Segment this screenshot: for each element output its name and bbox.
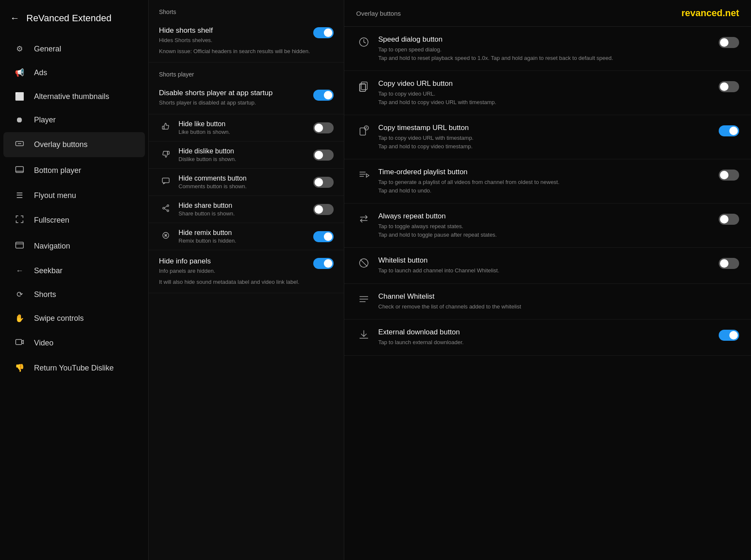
hide-share-button-toggle[interactable] [313, 204, 334, 215]
brand-link[interactable]: revanced.net [681, 8, 739, 19]
svg-rect-20 [360, 84, 366, 91]
video-icon [14, 337, 26, 349]
hide-share-button-desc: Share button is shown. [179, 210, 307, 217]
sidebar-item-video[interactable]: Video [3, 331, 145, 356]
shorts-player-label: Shorts player [149, 62, 344, 82]
svg-rect-19 [361, 82, 367, 90]
hide-info-panels-desc: Info panels are hidden. [159, 267, 308, 275]
svg-rect-8 [162, 126, 164, 129]
sidebar-item-overlay-buttons[interactable]: Overlay buttons [3, 132, 145, 157]
sidebar-item-bottom-player[interactable]: Bottom player [3, 158, 145, 183]
sidebar-item-navigation[interactable]: Navigation [3, 234, 145, 259]
always-repeat-item: Always repeat button Tap to toggle alway… [344, 204, 751, 248]
svg-rect-6 [16, 339, 22, 345]
svg-line-29 [360, 260, 367, 266]
copy-video-url-toggle[interactable] [719, 81, 739, 92]
hide-comments-button-item: Hide comments button Comments button is … [149, 169, 344, 196]
channel-whitelist-title: Channel Whitelist [378, 292, 739, 301]
sidebar-item-fullscreen[interactable]: Fullscreen [3, 208, 145, 233]
right-panel: Overlay buttons revanced.net Speed dialo… [344, 0, 751, 560]
hide-info-panels-item: Hide info panels Info panels are hidden.… [149, 250, 344, 293]
hide-remix-button-item: Hide remix button Remix button is hidden… [149, 223, 344, 250]
sidebar-item-swipe-controls[interactable]: ✋ Swipe controls [3, 307, 145, 330]
hide-dislike-button-toggle[interactable] [313, 150, 334, 161]
hide-like-button-toggle[interactable] [313, 122, 334, 133]
hide-remix-button-title: Hide remix button [179, 229, 307, 237]
external-download-desc: Tap to launch external downloader. [378, 338, 712, 347]
bottom-player-icon [14, 165, 26, 176]
return-yt-dislike-icon: 👎 [14, 363, 26, 373]
disable-shorts-player-desc: Shorts player is disabled at app startup… [159, 99, 308, 107]
hide-shorts-shelf-title: Hide shorts shelf [159, 26, 308, 35]
sidebar-item-return-yt-dislike[interactable]: 👎 Return YouTube Dislike [3, 356, 145, 379]
hide-like-button-title: Hide like button [179, 120, 307, 128]
time-ordered-playlist-toggle[interactable] [719, 170, 739, 181]
svg-rect-21 [360, 84, 366, 91]
speed-dialog-icon [356, 36, 371, 50]
copy-timestamp-url-title: Copy timestamp URL button [378, 124, 712, 132]
hide-dislike-button-title: Hide dislike button [179, 147, 307, 155]
copy-timestamp-url-item: Copy timestamp URL button Tap to copy vi… [344, 115, 751, 159]
hide-remix-button-toggle[interactable] [313, 231, 334, 242]
time-ordered-playlist-desc: Tap to generate a playlist of all videos… [378, 178, 712, 195]
general-icon: ⚙ [14, 44, 26, 54]
svg-rect-10 [162, 178, 169, 183]
navigation-icon [14, 240, 26, 252]
disable-shorts-player-item: Disable shorts player at app startup Sho… [149, 82, 344, 114]
sidebar-item-shorts[interactable]: ⟳ Shorts [3, 283, 145, 306]
always-repeat-title: Always repeat button [378, 212, 712, 221]
right-header: Overlay buttons revanced.net [344, 0, 751, 27]
svg-rect-4 [16, 242, 23, 248]
sidebar-item-player[interactable]: ⏺ Player [3, 109, 145, 131]
hide-like-button-item: Hide like button Like button is shown. [149, 114, 344, 141]
sidebar-item-ads[interactable]: 📢 Ads [3, 61, 145, 84]
speed-dialog-title: Speed dialog button [378, 35, 712, 44]
hide-info-panels-note: It will also hide sound metadata label a… [159, 278, 334, 286]
svg-marker-27 [366, 174, 369, 177]
hide-comments-button-toggle[interactable] [313, 177, 334, 188]
flyout-menu-icon: ☰ [14, 191, 26, 200]
copy-timestamp-url-toggle[interactable] [719, 125, 739, 136]
hide-info-panels-toggle[interactable] [313, 258, 334, 269]
whitelist-button-toggle[interactable] [719, 258, 739, 269]
always-repeat-icon [356, 213, 371, 227]
hide-shorts-shelf-toggle[interactable] [313, 27, 334, 38]
back-button[interactable]: ← [10, 13, 20, 24]
svg-line-14 [164, 206, 167, 208]
like-icon [159, 122, 173, 133]
app-title: ReVanced Extended [26, 13, 111, 24]
speed-dialog-toggle[interactable] [719, 37, 739, 48]
always-repeat-toggle[interactable] [719, 214, 739, 225]
hide-comments-button-desc: Comments button is shown. [179, 183, 307, 189]
sidebar-header: ← ReVanced Extended [0, 8, 148, 37]
channel-whitelist-icon [356, 293, 371, 307]
shorts-section-label: Shorts [149, 0, 344, 20]
player-icon: ⏺ [14, 116, 26, 124]
channel-whitelist-item: Channel Whitelist Check or remove the li… [344, 284, 751, 320]
overlay-buttons-icon [14, 139, 26, 150]
copy-video-url-desc: Tap to copy video URL.Tap and hold to co… [378, 90, 712, 106]
hide-remix-button-desc: Remix button is hidden. [179, 238, 307, 244]
channel-whitelist-desc: Check or remove the list of channels add… [378, 303, 739, 311]
sidebar-item-general[interactable]: ⚙ General [3, 37, 145, 60]
copy-timestamp-url-icon [356, 124, 371, 139]
copy-video-url-item: Copy video URL button Tap to copy video … [344, 71, 751, 115]
external-download-toggle[interactable] [719, 330, 739, 341]
middle-panel: Shorts Hide shorts shelf Hides Shorts sh… [149, 0, 344, 560]
hide-share-button-title: Hide share button [179, 202, 307, 209]
svg-rect-2 [16, 167, 23, 173]
sidebar-item-flyout-menu[interactable]: ☰ Flyout menu [3, 184, 145, 207]
shorts-icon: ⟳ [14, 290, 26, 299]
dislike-icon [159, 150, 173, 160]
disable-shorts-player-toggle[interactable] [313, 90, 334, 101]
hide-dislike-button-item: Hide dislike button Dislike button is sh… [149, 141, 344, 169]
sidebar: ← ReVanced Extended ⚙ General 📢 Ads ⬜ Al… [0, 0, 149, 560]
sidebar-item-alt-thumbnails[interactable]: ⬜ Alternative thumbnails [3, 85, 145, 108]
time-ordered-playlist-icon [356, 169, 371, 183]
whitelist-button-item: Whitelist button Tap to launch add chann… [344, 248, 751, 284]
copy-timestamp-url-desc: Tap to copy video URL with timestamp.Tap… [378, 134, 712, 150]
svg-point-11 [167, 205, 169, 206]
sidebar-item-seekbar[interactable]: ← Seekbar [3, 260, 145, 282]
share-icon [159, 204, 173, 215]
fullscreen-icon [14, 215, 26, 226]
